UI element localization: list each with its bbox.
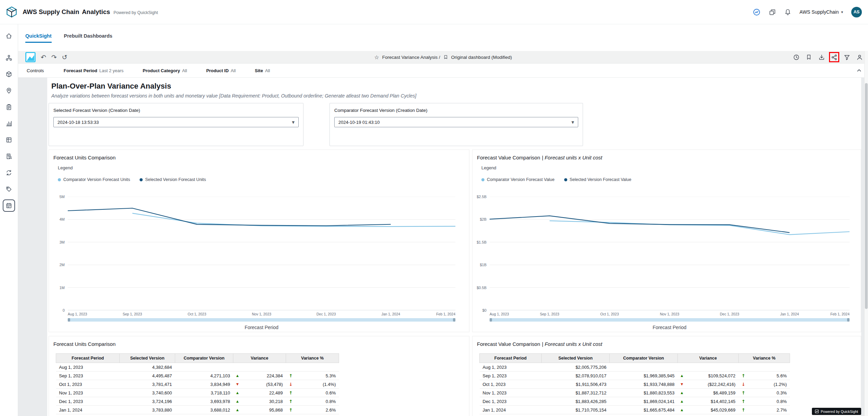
legend-swatch-icon	[140, 178, 143, 181]
tab-quicksight[interactable]: QuickSight	[25, 33, 52, 43]
filter-product-id[interactable]: Product IDAll	[206, 68, 236, 73]
sidebar-item-tags[interactable]	[3, 183, 15, 195]
chevron-up-icon	[856, 68, 862, 73]
sidebar-item-orders[interactable]	[3, 68, 15, 80]
dashboard-canvas: Plan-Over-Plan Variance Analysis Analyze…	[18, 78, 868, 416]
bookmark-button[interactable]	[805, 53, 813, 61]
table-cell: ▲30,218	[233, 397, 286, 406]
table-cell: $1,883,426,285	[542, 397, 610, 406]
app-title: AWS Supply Chain	[23, 8, 79, 15]
column-header[interactable]: Variance	[233, 354, 286, 363]
history-button[interactable]	[792, 53, 800, 61]
filter-site[interactable]: SiteAll	[255, 68, 270, 73]
sidebar-item-sync[interactable]	[3, 167, 15, 179]
legend-item[interactable]: Selected Version Forecast Value	[564, 177, 631, 182]
sidebar-item-audit[interactable]	[3, 150, 15, 162]
filter-product-category[interactable]: Product CategoryAll	[143, 68, 187, 73]
account-menu[interactable]: AWS SupplyChain ▾	[800, 9, 843, 15]
sidebar-item-home[interactable]	[3, 30, 15, 42]
table-cell: $1,710,705,154	[542, 406, 610, 414]
filter-button[interactable]	[843, 53, 851, 61]
x-axis-label: Nov 1, 2023	[252, 312, 271, 316]
selected-forecast-version-dropdown[interactable]: 2024-10-18 13:53:33 ▼	[53, 117, 299, 127]
app-switcher-button[interactable]	[769, 9, 776, 16]
undo-button[interactable]: ↶	[41, 54, 46, 61]
reset-button[interactable]: ↺	[62, 54, 67, 61]
table-row: Oct 1, 2023$1,911,506,473$1,933,748,888▼…	[480, 380, 790, 389]
user-settings-button[interactable]	[856, 53, 863, 61]
table-cell: Jan 1, 2024	[480, 406, 542, 414]
chart-range-scrollbar[interactable]	[490, 318, 850, 322]
table-cell: Aug 1, 2023	[480, 363, 542, 372]
forecast-units-table-visual: Forecast Units Comparison Forecast Perio…	[49, 336, 469, 416]
x-axis-label: Aug 1, 2023	[490, 312, 509, 316]
legend-item[interactable]: Selected Version Forecast Units	[140, 177, 206, 182]
table-cell: $1,933,748,888	[610, 380, 678, 389]
share-button[interactable]	[830, 53, 838, 61]
x-axis: Aug 1, 2023Sep 1, 2023Oct 1, 2023Nov 1, …	[68, 312, 455, 317]
quicksight-analysis-tile-icon[interactable]	[25, 52, 36, 62]
x-axis-label: Oct 1, 2023	[600, 312, 619, 316]
table-cell: ↑2.6%	[286, 406, 339, 414]
up-triangle-icon: ▲	[236, 374, 239, 377]
x-axis-label: Sep 1, 2023	[540, 312, 559, 316]
redo-button[interactable]: ↷	[51, 54, 57, 61]
table-cell: ▲$109,524,072	[678, 372, 739, 380]
chevron-down-icon: ▼	[292, 120, 295, 124]
comparator-forecast-version-dropdown[interactable]: 2024-10-19 01:43:10 ▼	[334, 117, 578, 127]
tab-prebuilt-dashboards[interactable]: Prebuilt Dashboards	[64, 33, 113, 43]
save-view-button[interactable]	[818, 53, 825, 61]
quicksight-button[interactable]	[753, 8, 761, 16]
column-header[interactable]: Variance	[678, 354, 739, 363]
column-header[interactable]: Variance %	[739, 354, 790, 363]
column-header[interactable]: Selected Version	[542, 354, 610, 363]
scrollbar-thumb[interactable]	[865, 83, 868, 309]
column-header[interactable]: Forecast Period	[56, 354, 120, 363]
top-bar: AWS Supply ChainAnalyticsPowered by Quic…	[0, 0, 868, 24]
collapse-controls-button[interactable]	[856, 68, 862, 73]
y-axis-label: $0	[482, 308, 487, 312]
notifications-button[interactable]	[784, 9, 791, 16]
table-cell: Sep 1, 2023	[480, 372, 542, 380]
table-cell	[739, 363, 790, 372]
bell-icon	[784, 9, 791, 16]
chart-range-scrollbar[interactable]	[68, 318, 455, 322]
table-cell: ▲22,489	[233, 389, 286, 397]
vertical-scrollbar[interactable]	[864, 51, 868, 416]
sync-icon	[5, 169, 12, 176]
table-cell: $1,911,506,473	[542, 380, 610, 389]
legend-title: Legend	[58, 165, 73, 170]
filter-forecast-period[interactable]: Forecast PeriodLast 2 years	[64, 68, 124, 73]
table-cell: $1,880,823,553	[610, 389, 678, 397]
x-axis-label: Dec 1, 2023	[720, 312, 739, 316]
dropdown-label: Selected Forecast Version (Creation Date…	[53, 108, 299, 113]
legend-item[interactable]: Comparator Version Forecast Units	[58, 177, 130, 182]
x-axis-title: Forecast Period	[68, 325, 455, 330]
sidebar-item-analytics[interactable]	[3, 117, 15, 130]
legend-item[interactable]: Comparator Version Forecast Value	[481, 177, 555, 182]
column-header[interactable]: Comparator Version	[175, 354, 233, 363]
table-cell: ↑0.8%	[739, 397, 790, 406]
column-header[interactable]: Comparator Version	[610, 354, 678, 363]
home-icon	[5, 32, 12, 39]
value-line-chart-plot[interactable]	[490, 197, 850, 310]
column-header[interactable]: Forecast Period	[480, 354, 542, 363]
avatar[interactable]: AS	[851, 7, 862, 17]
favorite-star-button[interactable]: ☆	[374, 54, 379, 61]
down-triangle-icon: ▼	[236, 382, 239, 386]
account-label: AWS SupplyChain	[800, 9, 839, 15]
sidebar-item-network[interactable]	[3, 52, 15, 64]
dashboard-toolbar: ↶ ↷ ↺ ☆ Forecast Variance Analysis / Ori…	[18, 51, 868, 64]
sidebar-item-plans[interactable]	[3, 101, 15, 113]
column-header[interactable]: Selected Version	[120, 354, 175, 363]
table-cell: 3,724,196	[120, 397, 175, 406]
page-subtitle: Analyze variations between forecast vers…	[51, 93, 416, 99]
units-line-chart-plot[interactable]	[68, 197, 455, 310]
page-title: Plan-Over-Plan Variance Analysis	[51, 82, 171, 91]
sidebar-item-demand-planning[interactable]	[3, 199, 15, 212]
x-axis-label: Sep 1, 2023	[123, 312, 142, 316]
dashboard-sheet: Plan-Over-Plan Variance Analysis Analyze…	[47, 78, 861, 416]
sidebar-item-locations[interactable]	[3, 84, 15, 97]
sidebar-item-data[interactable]	[3, 134, 15, 146]
column-header[interactable]: Variance %	[286, 354, 339, 363]
